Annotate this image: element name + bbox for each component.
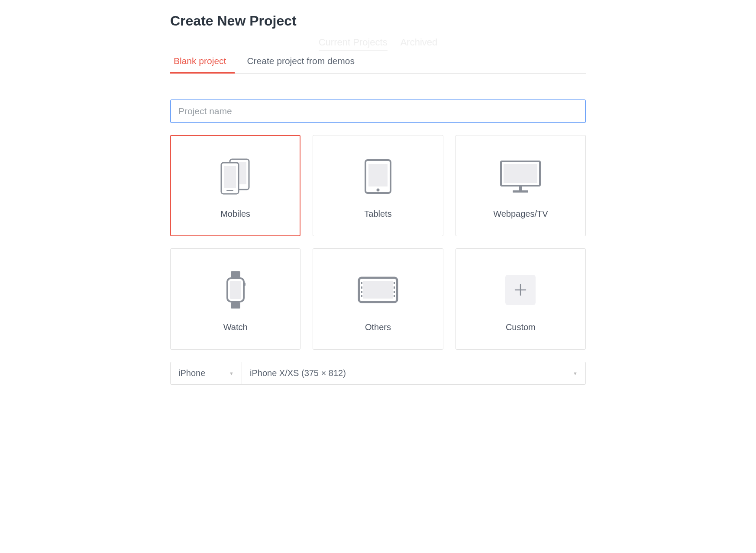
svg-rect-22 bbox=[361, 295, 362, 297]
device-label-custom: Custom bbox=[506, 322, 536, 332]
device-card-custom[interactable]: Custom bbox=[456, 248, 586, 350]
device-label-mobiles: Mobiles bbox=[220, 209, 250, 219]
background-tab-archived: Archived bbox=[401, 37, 438, 51]
device-card-mobiles[interactable]: Mobiles bbox=[170, 135, 300, 236]
device-type-grid: Mobiles Tablets bbox=[170, 135, 586, 350]
background-tab-current: Current Projects bbox=[319, 37, 388, 51]
monitor-icon bbox=[499, 153, 542, 200]
svg-rect-12 bbox=[231, 271, 240, 277]
tablet-icon bbox=[364, 153, 392, 200]
tab-blank-project[interactable]: Blank project bbox=[170, 51, 235, 74]
svg-rect-16 bbox=[244, 283, 246, 286]
svg-rect-25 bbox=[394, 291, 395, 293]
device-label-tablets: Tablets bbox=[364, 209, 391, 219]
svg-rect-24 bbox=[394, 286, 395, 289]
tab-create-from-demos[interactable]: Create project from demos bbox=[243, 51, 363, 74]
svg-rect-3 bbox=[224, 166, 236, 188]
svg-point-7 bbox=[376, 188, 379, 191]
svg-rect-15 bbox=[230, 281, 241, 299]
svg-rect-13 bbox=[231, 302, 240, 309]
svg-rect-18 bbox=[363, 281, 393, 299]
plus-icon bbox=[505, 266, 536, 314]
device-brand-value: iPhone bbox=[178, 368, 205, 378]
device-label-watch: Watch bbox=[223, 322, 248, 332]
svg-rect-11 bbox=[513, 190, 528, 193]
svg-rect-19 bbox=[361, 282, 362, 284]
device-label-others: Others bbox=[365, 322, 391, 332]
device-card-webpages-tv[interactable]: Webpages/TV bbox=[456, 135, 586, 236]
device-model-select[interactable]: iPhone X/XS (375 × 812) ▼ bbox=[242, 362, 585, 384]
device-brand-select[interactable]: iPhone ▼ bbox=[171, 362, 242, 384]
chevron-down-icon: ▼ bbox=[229, 371, 234, 376]
others-device-icon bbox=[357, 266, 399, 314]
project-type-tabs: Blank project Create project from demos bbox=[170, 51, 586, 74]
device-card-others[interactable]: Others bbox=[313, 248, 443, 350]
device-label-webpages-tv: Webpages/TV bbox=[493, 209, 548, 219]
svg-rect-26 bbox=[394, 295, 395, 297]
device-model-selector: iPhone ▼ iPhone X/XS (375 × 812) ▼ bbox=[170, 362, 586, 385]
svg-rect-4 bbox=[226, 190, 233, 191]
svg-rect-20 bbox=[361, 286, 362, 289]
svg-rect-9 bbox=[504, 164, 537, 183]
page-title: Create New Project bbox=[170, 13, 586, 29]
svg-rect-21 bbox=[361, 291, 362, 293]
project-name-input[interactable] bbox=[170, 100, 586, 123]
svg-rect-23 bbox=[394, 282, 395, 284]
device-card-tablets[interactable]: Tablets bbox=[313, 135, 443, 236]
chevron-down-icon: ▼ bbox=[573, 371, 578, 376]
mobile-icon bbox=[220, 153, 252, 200]
device-model-value: iPhone X/XS (375 × 812) bbox=[250, 368, 346, 378]
watch-icon bbox=[225, 266, 246, 314]
svg-rect-6 bbox=[368, 164, 388, 186]
device-card-watch[interactable]: Watch bbox=[170, 248, 300, 350]
svg-rect-10 bbox=[519, 186, 522, 191]
